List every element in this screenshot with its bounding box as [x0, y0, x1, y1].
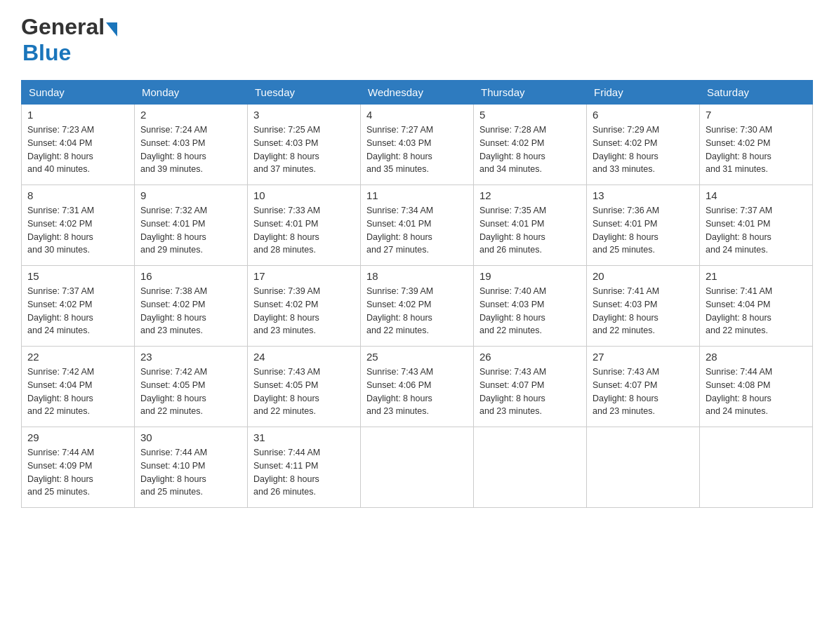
calendar-cell: 24Sunrise: 7:43 AMSunset: 4:05 PMDayligh… — [248, 347, 361, 427]
day-number: 23 — [140, 351, 241, 363]
calendar-week-row: 1Sunrise: 7:23 AMSunset: 4:04 PMDaylight… — [22, 105, 813, 185]
day-info: Sunrise: 7:28 AMSunset: 4:02 PMDaylight:… — [479, 123, 581, 176]
calendar-cell: 10Sunrise: 7:33 AMSunset: 4:01 PMDayligh… — [248, 185, 361, 266]
day-number: 10 — [253, 189, 355, 201]
logo-general: General — [21, 14, 105, 40]
calendar-cell: 3Sunrise: 7:25 AMSunset: 4:03 PMDaylight… — [248, 105, 361, 185]
calendar-week-row: 15Sunrise: 7:37 AMSunset: 4:02 PMDayligh… — [22, 266, 813, 347]
day-number: 15 — [27, 270, 128, 282]
header-friday: Friday — [587, 81, 700, 105]
day-info: Sunrise: 7:41 AMSunset: 4:03 PMDaylight:… — [593, 285, 694, 337]
day-info: Sunrise: 7:33 AMSunset: 4:01 PMDaylight:… — [253, 204, 355, 257]
day-number: 5 — [479, 109, 581, 121]
calendar-cell: 6Sunrise: 7:29 AMSunset: 4:02 PMDaylight… — [587, 105, 700, 185]
day-number: 7 — [706, 109, 807, 121]
day-number: 4 — [366, 109, 468, 121]
calendar-cell: 9Sunrise: 7:32 AMSunset: 4:01 PMDaylight… — [135, 185, 248, 266]
day-number: 18 — [366, 270, 468, 282]
day-info: Sunrise: 7:43 AMSunset: 4:07 PMDaylight:… — [593, 365, 694, 418]
day-info: Sunrise: 7:44 AMSunset: 4:11 PMDaylight:… — [253, 446, 355, 499]
calendar-header-row: SundayMondayTuesdayWednesdayThursdayFrid… — [22, 81, 813, 105]
day-info: Sunrise: 7:35 AMSunset: 4:01 PMDaylight:… — [479, 204, 581, 257]
calendar-cell: 25Sunrise: 7:43 AMSunset: 4:06 PMDayligh… — [361, 347, 474, 427]
day-number: 28 — [706, 351, 807, 363]
day-number: 19 — [479, 270, 581, 282]
header-tuesday: Tuesday — [248, 81, 361, 105]
calendar-cell: 29Sunrise: 7:44 AMSunset: 4:09 PMDayligh… — [22, 427, 135, 508]
day-info: Sunrise: 7:29 AMSunset: 4:02 PMDaylight:… — [593, 123, 694, 176]
day-info: Sunrise: 7:44 AMSunset: 4:09 PMDaylight:… — [27, 446, 128, 499]
calendar-cell: 13Sunrise: 7:36 AMSunset: 4:01 PMDayligh… — [587, 185, 700, 266]
day-info: Sunrise: 7:23 AMSunset: 4:04 PMDaylight:… — [27, 123, 128, 176]
calendar-cell: 23Sunrise: 7:42 AMSunset: 4:05 PMDayligh… — [135, 347, 248, 427]
logo: General Blue — [21, 14, 117, 66]
calendar-cell: 2Sunrise: 7:24 AMSunset: 4:03 PMDaylight… — [135, 105, 248, 185]
calendar-cell: 26Sunrise: 7:43 AMSunset: 4:07 PMDayligh… — [474, 347, 587, 427]
calendar-cell: 19Sunrise: 7:40 AMSunset: 4:03 PMDayligh… — [474, 266, 587, 347]
calendar-cell: 1Sunrise: 7:23 AMSunset: 4:04 PMDaylight… — [22, 105, 135, 185]
day-number: 27 — [593, 351, 694, 363]
day-info: Sunrise: 7:42 AMSunset: 4:05 PMDaylight:… — [140, 365, 241, 418]
day-info: Sunrise: 7:44 AMSunset: 4:08 PMDaylight:… — [706, 365, 807, 418]
calendar-week-row: 8Sunrise: 7:31 AMSunset: 4:02 PMDaylight… — [22, 185, 813, 266]
calendar-cell: 31Sunrise: 7:44 AMSunset: 4:11 PMDayligh… — [248, 427, 361, 508]
calendar-cell: 5Sunrise: 7:28 AMSunset: 4:02 PMDaylight… — [474, 105, 587, 185]
day-number: 22 — [27, 351, 128, 363]
calendar-cell: 16Sunrise: 7:38 AMSunset: 4:02 PMDayligh… — [135, 266, 248, 347]
day-number: 31 — [253, 431, 355, 443]
day-number: 30 — [140, 431, 241, 443]
calendar-cell: 8Sunrise: 7:31 AMSunset: 4:02 PMDaylight… — [22, 185, 135, 266]
calendar-cell: 4Sunrise: 7:27 AMSunset: 4:03 PMDaylight… — [361, 105, 474, 185]
day-number: 24 — [253, 351, 355, 363]
day-info: Sunrise: 7:41 AMSunset: 4:04 PMDaylight:… — [706, 285, 807, 337]
header-thursday: Thursday — [474, 81, 587, 105]
day-number: 12 — [479, 189, 581, 201]
calendar-cell: 21Sunrise: 7:41 AMSunset: 4:04 PMDayligh… — [700, 266, 813, 347]
day-info: Sunrise: 7:39 AMSunset: 4:02 PMDaylight:… — [366, 285, 468, 337]
day-number: 1 — [27, 109, 128, 121]
calendar-cell — [700, 427, 813, 508]
calendar-cell: 12Sunrise: 7:35 AMSunset: 4:01 PMDayligh… — [474, 185, 587, 266]
day-number: 2 — [140, 109, 241, 121]
day-number: 13 — [593, 189, 694, 201]
day-info: Sunrise: 7:43 AMSunset: 4:07 PMDaylight:… — [479, 365, 581, 418]
day-info: Sunrise: 7:37 AMSunset: 4:02 PMDaylight:… — [27, 285, 128, 337]
calendar-table: SundayMondayTuesdayWednesdayThursdayFrid… — [21, 80, 813, 508]
calendar-cell: 17Sunrise: 7:39 AMSunset: 4:02 PMDayligh… — [248, 266, 361, 347]
calendar-week-row: 29Sunrise: 7:44 AMSunset: 4:09 PMDayligh… — [22, 427, 813, 508]
day-number: 26 — [479, 351, 581, 363]
day-number: 17 — [253, 270, 355, 282]
day-info: Sunrise: 7:34 AMSunset: 4:01 PMDaylight:… — [366, 204, 468, 257]
day-info: Sunrise: 7:27 AMSunset: 4:03 PMDaylight:… — [366, 123, 468, 176]
day-number: 11 — [366, 189, 468, 201]
day-info: Sunrise: 7:36 AMSunset: 4:01 PMDaylight:… — [593, 204, 694, 257]
day-number: 8 — [27, 189, 128, 201]
day-info: Sunrise: 7:24 AMSunset: 4:03 PMDaylight:… — [140, 123, 241, 176]
day-info: Sunrise: 7:25 AMSunset: 4:03 PMDaylight:… — [253, 123, 355, 176]
calendar-cell — [587, 427, 700, 508]
calendar-cell: 20Sunrise: 7:41 AMSunset: 4:03 PMDayligh… — [587, 266, 700, 347]
calendar-cell: 22Sunrise: 7:42 AMSunset: 4:04 PMDayligh… — [22, 347, 135, 427]
day-number: 29 — [27, 431, 128, 443]
day-info: Sunrise: 7:30 AMSunset: 4:02 PMDaylight:… — [706, 123, 807, 176]
logo-blue: Blue — [22, 40, 71, 65]
day-number: 14 — [706, 189, 807, 201]
day-number: 16 — [140, 270, 241, 282]
day-info: Sunrise: 7:31 AMSunset: 4:02 PMDaylight:… — [27, 204, 128, 257]
day-info: Sunrise: 7:32 AMSunset: 4:01 PMDaylight:… — [140, 204, 241, 257]
day-info: Sunrise: 7:43 AMSunset: 4:05 PMDaylight:… — [253, 365, 355, 418]
day-number: 6 — [593, 109, 694, 121]
day-number: 21 — [706, 270, 807, 282]
calendar-cell — [361, 427, 474, 508]
calendar-cell: 28Sunrise: 7:44 AMSunset: 4:08 PMDayligh… — [700, 347, 813, 427]
day-number: 3 — [253, 109, 355, 121]
calendar-cell: 14Sunrise: 7:37 AMSunset: 4:01 PMDayligh… — [700, 185, 813, 266]
header: General Blue — [21, 14, 813, 66]
day-number: 9 — [140, 189, 241, 201]
calendar-cell: 18Sunrise: 7:39 AMSunset: 4:02 PMDayligh… — [361, 266, 474, 347]
day-info: Sunrise: 7:43 AMSunset: 4:06 PMDaylight:… — [366, 365, 468, 418]
calendar-cell: 15Sunrise: 7:37 AMSunset: 4:02 PMDayligh… — [22, 266, 135, 347]
header-sunday: Sunday — [22, 81, 135, 105]
calendar-cell: 27Sunrise: 7:43 AMSunset: 4:07 PMDayligh… — [587, 347, 700, 427]
day-info: Sunrise: 7:39 AMSunset: 4:02 PMDaylight:… — [253, 285, 355, 337]
